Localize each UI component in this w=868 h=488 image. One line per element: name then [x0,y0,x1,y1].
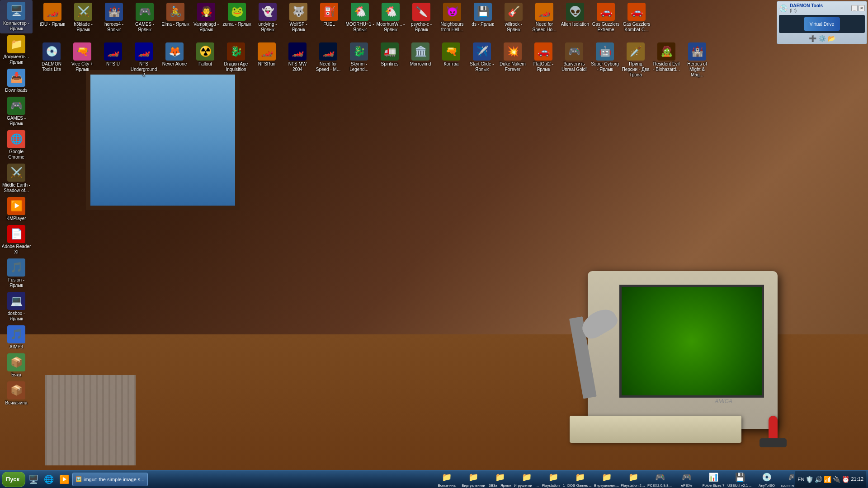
taskbar-icon-dosgames[interactable]: 📁 DOS Games (2792 Games) [567,470,593,488]
daemon-settings[interactable]: ⚙️ [818,35,826,42]
daemon-open[interactable]: 📂 [828,35,835,42]
desktop-icon-tdu[interactable]: 🏎️ tDU - Ярлык [37,1,68,34]
daemon-minimize[interactable]: _ [851,5,858,11]
desktop-icon-documents[interactable]: 📁 Документы - Ярлык [0,33,33,67]
desktop-icon-vsyakachina[interactable]: 📦 Всякачина [0,380,33,408]
desktop-icon-nfsu2[interactable]: 🏎️ NFS Underground 2 [128,41,159,80]
daemon-add[interactable]: ➕ [809,35,816,42]
taskbar-quick-launch: 🖥️ 🌐 ▶️ [26,472,71,487]
desktop-icon-heroes4[interactable]: 🏰 heroes4 - Ярлык [99,1,129,34]
desktop-icon-byaka[interactable]: 📦 Бяка [0,352,33,380]
taskbar-icon-scummvm[interactable]: 🎮 scummvm - Ярлык [780,470,794,488]
icon-label-startglide: Start Glide - Ярлык [467,61,496,72]
desktop-icon-dragon-age[interactable]: 🐉 Dragon Age Inquisition [221,41,251,80]
icon-image-vsyakachina: 📦 [7,381,25,399]
desktop-icon-vice-city[interactable]: 🔫 Vice City + Ярлык [67,41,98,80]
taskbar-icon-playstation2[interactable]: 📁 Playstation 2 - Ярлык [620,470,646,488]
desktop-icon-kmp[interactable]: ▶️ KMPlayer [0,195,33,223]
desktop-icon-games[interactable]: 🎮 GAMES - Ярлык [0,95,33,128]
taskbar-icon-vsyakachinat[interactable]: 📁 Всякачина [434,470,460,488]
desktop-icon-games2[interactable]: 🎮 GAMES - Ярлык [129,1,160,34]
icon-image-fallout: ☢️ [196,42,214,61]
taskbar-program-imgur[interactable]: 🖼️ imgur: the simple image s... [72,473,148,486]
icon-image-dosbox: 💻 [7,292,25,310]
desktop-icon-computer[interactable]: 🖥️ Компьютер - Ярлык [0,0,33,33]
taskbar-icon-anytoisot[interactable]: 💿 AnyToISO [754,470,780,488]
icon-label-wolfsp: WolfSP - Ярлык [284,22,313,33]
desktop-icon-moorhuw[interactable]: 🐔 MoorhunW... - Ярлык [375,1,406,34]
desktop-icon-alien[interactable]: 👽 Alien Isolation [560,1,590,34]
desktop-icon-google-chrome[interactable]: 🌐 Google Chrome [0,128,33,162]
desktop-icon-dosbox[interactable]: 💻 dosbox - Ярлык [0,290,33,324]
desktop-icon-never-alone[interactable]: 🦊 Never Alone [159,41,190,80]
tray-audio[interactable]: 🔊 [815,476,822,483]
desktop-icon-moorhu1[interactable]: 🐔 MOORHU~1 - Ярлык [344,1,375,34]
taskbar-programs: 🖼️ imgur: the simple image s... [72,473,433,486]
desktop-icon-psycho[interactable]: 🔪 psycho-c - Ярлык [406,1,437,34]
taskbar-ie[interactable]: 🌐 [42,472,56,487]
icon-label-byaka: Бяка [11,372,21,378]
desktop-icon-morrowind[interactable]: 🏛️ Morrowind [405,41,436,80]
taskbar-show-desktop[interactable]: 🖥️ [26,472,41,487]
desktop-icon-nfs-ho[interactable]: 🏎️ Need for Speed Ho... [529,1,560,34]
desktop-icon-nfsspeed[interactable]: 🏎️ Need for Speed - M... [313,41,344,80]
desktop-icon-gasguzz1[interactable]: 🚗 Gas Guzzlers Extreme [590,1,621,34]
icon-label-h3blade: h3blade - Ярлык [69,22,98,33]
desktop-icon-zuma[interactable]: 🐸 zuma - Ярлык [222,1,252,34]
desktop-icon-fusion[interactable]: 🎵 Fusion - Ярлык [0,257,33,290]
desktop-icon-vampirjagd[interactable]: 🧛 Vampirjagd - Ярлык [191,1,222,34]
desktop-icon-ds[interactable]: 💾 ds - Ярлык [467,1,498,34]
taskbar-icon-virtualnikiT[interactable]: 📁 Виртуальники [460,470,486,488]
desktop-icon-downloads[interactable]: 📥 Downloads [0,67,33,95]
desktop-icon-aimp3[interactable]: 🎵 AIMP3 [0,324,33,352]
desktop-icon-startglide[interactable]: ✈️ Start Glide - Ярлык [467,41,497,80]
desktop-icon-nfsrun[interactable]: 🏎️ NFSRun [251,41,282,80]
desktop-icon-fuel[interactable]: ⛽ FUEL [314,1,344,34]
tray-security[interactable]: 🛡️ [806,476,813,483]
icon-image-spintires: 🚛 [381,42,399,61]
tb-image-3v3a: 📁 [493,470,507,484]
tray-language[interactable]: EN [797,477,804,482]
desktop-icon-gasguzz2[interactable]: 🚗 Gas Guzzlers Kombat C... [621,1,652,34]
daemon-close[interactable]: ✕ [859,5,865,11]
desktop-icon-resident-evil[interactable]: 🧟 Resident Evil - Biohazard... [651,41,682,80]
desktop-icon-flatout2[interactable]: 🚗 FlatOut2 - Ярлык [528,41,559,80]
daemon-virtual-drive[interactable]: Virtual Drive [804,17,840,31]
taskbar-icon-pcsx2[interactable]: 🎮 PCSX2.0.9.8 (r4600) [647,470,673,488]
desktop-icon-supercyborg[interactable]: 🤖 Super Cyborg - Ярлык [590,41,620,80]
desktop-icon-zapustit[interactable]: 🎮 Запустить Unreal Gold! [559,41,590,80]
desktop-icon-undying[interactable]: 👻 undying - Ярлык [252,1,283,34]
desktop-icon-nfsu[interactable]: 🏎️ NFS U [98,41,128,80]
taskbar-media[interactable]: ▶️ [57,472,71,487]
taskbar-icon-foldersizes[interactable]: 📊 FolderSizes 7 [700,470,726,488]
taskbar-icon-virtualnikiB[interactable]: 📁 Виртуальники 1 [594,470,620,488]
desktop-icon-prince[interactable]: 🗡️ Принц Персии - Два Трона [620,41,651,80]
taskbar-icon-epsxe[interactable]: 🎮 ePSXe [674,470,700,488]
tray-usb[interactable]: 🔌 [833,476,840,483]
desktop-icon-daemon-lite[interactable]: 💿 DAEMON Tools Lite [36,41,67,80]
icon-image-tdu: 🏎️ [43,3,61,21]
desktop-icon-heroes-mm[interactable]: 🏰 Heroes of Might & Mag... [682,41,712,80]
icon-image-never-alone: 🦊 [165,42,184,61]
daemon-tools-widget[interactable]: 💿 DAEMON Tools (L:) _ ✕ Virtual Drive ➕ … [777,1,867,44]
desktop-icon-adobe-reader[interactable]: 📄 Adobe Reader XI [0,223,33,257]
desktop-icon-skyrim[interactable]: 🐉 Skyrim - Legend... [344,41,374,80]
desktop-icon-h3blade[interactable]: ⚔️ h3blade - Ярлык [68,1,99,34]
taskbar-icon-igrushki[interactable]: 📁 Игрушечки - Ярлык [514,470,540,488]
taskbar-icon-usbutill[interactable]: 💾 USBUtil v2.1 R1.1rus.ex... [727,470,753,488]
desktop-icon-willrock[interactable]: 🎸 willrock - Ярлык [498,1,529,34]
desktop-icon-middle-earth[interactable]: ⚔️ Middle Earth - Shadow of... [0,162,33,195]
desktop-icon-nfsmw2004[interactable]: 🏎️ NFS MW 2004 [282,41,313,80]
desktop-icon-neighbours[interactable]: 😈 Neighbours from Hell... [437,1,467,34]
taskbar-icon-playstation1[interactable]: 📁 Playstation - 1 [540,470,566,488]
desktop-icon-wolfsp[interactable]: 🐺 WolfSP - Ярлык [283,1,314,34]
start-button[interactable]: Пуск [2,472,25,487]
desktop-icon-fallout[interactable]: ☢️ Fallout [190,41,221,80]
desktop-icon-spintires[interactable]: 🚛 Spintires [374,41,405,80]
desktop-icon-kontra[interactable]: 🔫 Контра [436,41,467,80]
icon-image-zapustit: 🎮 [565,42,583,61]
taskbar-icon-3v3a[interactable]: 📁 3В3а - Ярлык [487,470,513,488]
desktop-icon-duke-nukem[interactable]: 💥 Duke Nukem Forever [497,41,528,80]
desktop-icon-elma[interactable]: 🚴 Elma - Ярлык [160,1,191,34]
tray-network[interactable]: 📶 [824,476,831,483]
